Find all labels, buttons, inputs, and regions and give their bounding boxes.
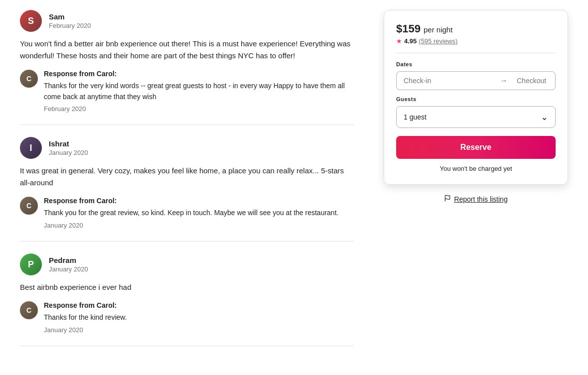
review-text: You won't find a better air bnb experien…: [20, 38, 354, 62]
reviewer-header: I Ishrat January 2020: [20, 137, 354, 159]
reviewer-info: Pedram January 2020: [49, 256, 88, 273]
response-content: Response from Carol: Thank you for the g…: [44, 197, 354, 229]
reviewer-name: Ishrat: [49, 139, 88, 148]
reviewer-date: January 2020: [49, 265, 88, 273]
star-icon: ★: [396, 37, 402, 45]
reviewer-info: Sam February 2020: [49, 12, 91, 29]
reviewer-info: Ishrat January 2020: [49, 139, 88, 156]
response-date: January 2020: [44, 326, 354, 334]
reviewer-date: January 2020: [49, 149, 88, 156]
checkin-input[interactable]: [397, 72, 498, 90]
reserve-button[interactable]: Reserve: [396, 136, 556, 159]
response-title: Response from Carol:: [44, 70, 354, 78]
reviews-count-link[interactable]: (595 reviews): [419, 37, 457, 45]
divider: [396, 53, 556, 53]
flag-icon: [444, 195, 451, 203]
response-date: January 2020: [44, 222, 354, 229]
report-listing-link[interactable]: Report this listing: [454, 195, 507, 203]
response-text: Thanks for the very kind words -- great …: [44, 81, 354, 102]
response-date: February 2020: [44, 105, 354, 113]
response-title: Response from Carol:: [44, 197, 354, 205]
host-avatar: C: [20, 70, 38, 88]
guests-value: 1 guest: [404, 113, 427, 121]
response-text: Thanks for the kind review.: [44, 312, 354, 323]
review-text: Best airbnb experience i ever had: [20, 281, 354, 293]
booking-card: $159 per night ★ 4.95 (595 reviews) Date…: [384, 10, 568, 185]
review-item: P Pedram January 2020 Best airbnb experi…: [20, 242, 354, 346]
dates-inputs[interactable]: →: [396, 71, 556, 90]
rating-value: 4.95: [404, 37, 417, 45]
response-content: Response from Carol: Thanks for the kind…: [44, 301, 354, 334]
report-section: Report this listing: [384, 195, 568, 203]
host-response: C Response from Carol: Thank you for the…: [20, 197, 354, 229]
reviews-section: S Sam February 2020 You won't find a bet…: [20, 10, 354, 346]
booking-column: $159 per night ★ 4.95 (595 reviews) Date…: [384, 10, 568, 346]
price-row: $159 per night: [396, 22, 556, 35]
host-response: C Response from Carol: Thanks for the ve…: [20, 70, 354, 113]
review-item: I Ishrat January 2020 It was great in ge…: [20, 125, 354, 242]
price-amount: $159: [396, 22, 421, 35]
checkout-input[interactable]: [510, 72, 556, 90]
review-text: It was great in general. Very cozy, make…: [20, 165, 354, 189]
host-response: C Response from Carol: Thanks for the ki…: [20, 301, 354, 334]
reviewer-name: Pedram: [49, 256, 88, 264]
dates-label: Dates: [396, 61, 556, 67]
price-per-night: per night: [424, 25, 452, 34]
response-text: Thank you for the great review, so kind.…: [44, 208, 354, 219]
chevron-down-icon: ⌄: [541, 112, 548, 123]
avatar: S: [20, 10, 42, 32]
reviewer-date: February 2020: [49, 22, 91, 29]
rating-row: ★ 4.95 (595 reviews): [396, 37, 556, 45]
response-content: Response from Carol: Thanks for the very…: [44, 70, 354, 113]
arrow-icon: →: [498, 76, 510, 85]
avatar: I: [20, 137, 42, 159]
reviewer-name: Sam: [49, 12, 91, 21]
review-item: S Sam February 2020 You won't find a bet…: [20, 10, 354, 125]
guests-label: Guests: [396, 96, 556, 102]
no-charge-text: You won't be charged yet: [396, 165, 556, 172]
avatar: P: [20, 253, 42, 275]
host-avatar: C: [20, 197, 38, 215]
reviewer-header: S Sam February 2020: [20, 10, 354, 32]
host-avatar: C: [20, 301, 38, 319]
response-title: Response from Carol:: [44, 301, 354, 309]
reviewer-header: P Pedram January 2020: [20, 253, 354, 275]
guests-select[interactable]: 1 guest ⌄: [396, 106, 556, 128]
